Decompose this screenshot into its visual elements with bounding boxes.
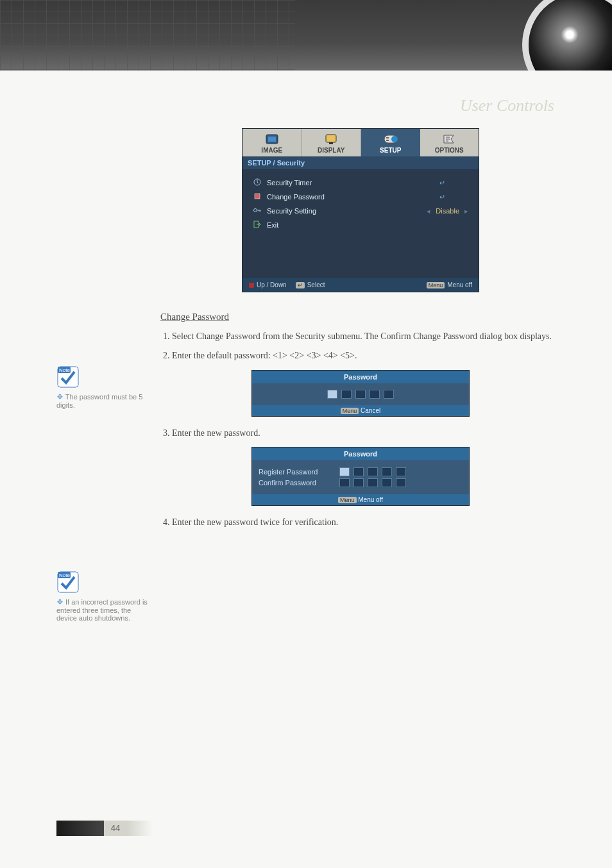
step-4: 4. Enter the new password twice for veri… [160,515,561,530]
pw-box[interactable] [382,467,392,476]
note-text: If an incorrect password is entered thre… [56,598,148,622]
svg-rect-1 [268,137,276,142]
hint-label: Select [307,281,325,288]
row-security-setting[interactable]: Security Setting ◂ Disable ▸ [251,204,470,218]
tab-label: IMAGE [261,147,282,154]
tab-label: DISPLAY [318,147,344,154]
page-number: 44 [104,821,127,836]
row-change-password[interactable]: Change Password ↵ [251,190,470,204]
enter-icon: ↵ [435,193,449,201]
display-icon [302,133,361,147]
chevron-left-icon: ◂ [425,207,432,215]
row-value: Disable [432,207,463,215]
osd-menu: IMAGE DISPLAY SETUP OPTIONS SE [242,128,479,292]
lens-graphic [522,0,612,71]
osd-body: Security Timer ↵ Change Password ↵ Secur… [242,169,479,278]
diamond-icon: ❖ [56,392,64,401]
pw-box[interactable] [382,478,392,487]
osd-breadcrumb: SETUP / Security [242,156,479,169]
options-icon [420,133,479,147]
pw-box[interactable] [370,390,380,399]
tab-image[interactable]: IMAGE [242,129,302,156]
chevron-right-icon: ▸ [463,207,470,215]
key-icon [251,206,263,216]
menu-key-icon: Menu [341,408,359,414]
dialog-footer: Menu Menu off [252,494,469,505]
svg-rect-7 [386,140,389,141]
step-2: 2. Enter the default password: <1> <2> <… [160,348,561,363]
password-icon [251,192,263,202]
hint-menuoff: Menu Menu off [427,281,472,288]
diamond-icon: ❖ [56,597,64,606]
osd-tab-bar: IMAGE DISPLAY SETUP OPTIONS [242,129,479,156]
tab-display[interactable]: DISPLAY [302,129,362,156]
hint-select: ↵ Select [296,281,325,288]
tab-options[interactable]: OPTIONS [420,129,479,156]
row-security-timer[interactable]: Security Timer ↵ [251,176,470,190]
note-text: The password must be 5 digits. [56,393,142,409]
tab-label: OPTIONS [435,147,464,154]
pw-box[interactable] [368,467,378,476]
exit-icon [251,220,263,230]
header-band [0,0,612,71]
password-boxes [252,390,469,399]
password-dialog-confirm: Password Menu Cancel [251,370,470,417]
hint-updown: Up / Down [249,281,287,288]
pw-box[interactable] [353,467,364,476]
register-password-row: Register Password [259,467,463,476]
pw-box[interactable] [353,478,364,487]
confirm-label: Confirm Password [259,479,336,487]
svg-point-5 [391,136,398,142]
enter-icon: ↵ [435,179,449,187]
dialog-title: Password [252,371,469,383]
footer-bar-dark [56,821,104,836]
pw-box[interactable] [355,390,366,399]
svg-rect-6 [386,137,389,138]
row-label: Change Password [267,193,435,201]
svg-text:Note: Note [59,367,70,373]
margin-note-1: Note ❖ The password must be 5 digits. [56,365,153,409]
row-exit[interactable]: Exit [251,218,470,232]
tab-setup[interactable]: SETUP [361,129,420,156]
row-label: Exit [267,221,470,229]
section-title: User Controls [460,96,554,115]
menu-key-icon: Menu [427,282,445,288]
row-label: Security Timer [267,179,435,187]
pw-box[interactable] [368,478,378,487]
step-3: 3. Enter the new password. [160,426,561,441]
pw-box[interactable] [327,390,337,399]
nav-dot-icon [249,283,254,288]
pw-box[interactable] [339,467,350,476]
svg-rect-3 [329,142,333,144]
pw-box[interactable] [396,478,406,487]
enter-key-icon: ↵ [296,282,305,288]
dialog-title: Password [252,447,469,460]
svg-point-10 [254,209,257,212]
image-icon [242,133,302,147]
confirm-password-row: Confirm Password [259,478,463,487]
dialog-footer-label: Cancel [361,407,380,414]
menu-key-icon: Menu [338,497,357,503]
svg-text:Note: Note [59,572,70,578]
footer-bar-fade [127,821,153,836]
margin-note-2: Note ❖ If an incorrect password is enter… [56,571,153,622]
register-label: Register Password [259,468,336,476]
page-footer: 44 [56,821,153,836]
header-grid-pattern [0,0,295,71]
note-icon: Note [56,571,153,595]
osd-footer: Up / Down ↵ Select Menu Menu off [242,278,479,292]
clock-icon [251,178,263,188]
setup-icon [361,133,420,147]
dialog-footer: Menu Cancel [252,405,469,416]
password-dialog-register: Password Register Password Confirm Passw… [251,447,470,506]
pw-box[interactable] [384,390,394,399]
pw-box[interactable] [341,390,352,399]
svg-rect-9 [255,194,260,199]
hint-label: Up / Down [257,281,287,288]
pw-box[interactable] [339,478,350,487]
pw-box[interactable] [396,467,406,476]
heading-change-password: Change Password [160,312,561,322]
note-icon: Note [56,365,153,390]
tab-label: SETUP [380,147,401,154]
dialog-footer-label: Menu off [358,496,383,503]
